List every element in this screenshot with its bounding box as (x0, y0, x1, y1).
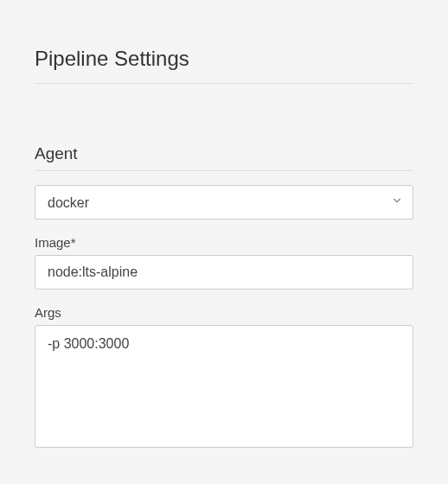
args-label: Args (35, 305, 413, 320)
args-textarea[interactable]: -p 3000:3000 (35, 325, 413, 448)
image-label: Image* (35, 235, 413, 250)
args-field: Args -p 3000:3000 (35, 305, 413, 451)
agent-type-select-wrap: docker (35, 185, 413, 220)
image-field: Image* (35, 235, 413, 290)
agent-section-title: Agent (35, 144, 413, 171)
page-title: Pipeline Settings (35, 47, 413, 84)
agent-type-field: docker (35, 185, 413, 220)
agent-type-select[interactable]: docker (35, 185, 413, 220)
image-input[interactable] (35, 255, 413, 290)
